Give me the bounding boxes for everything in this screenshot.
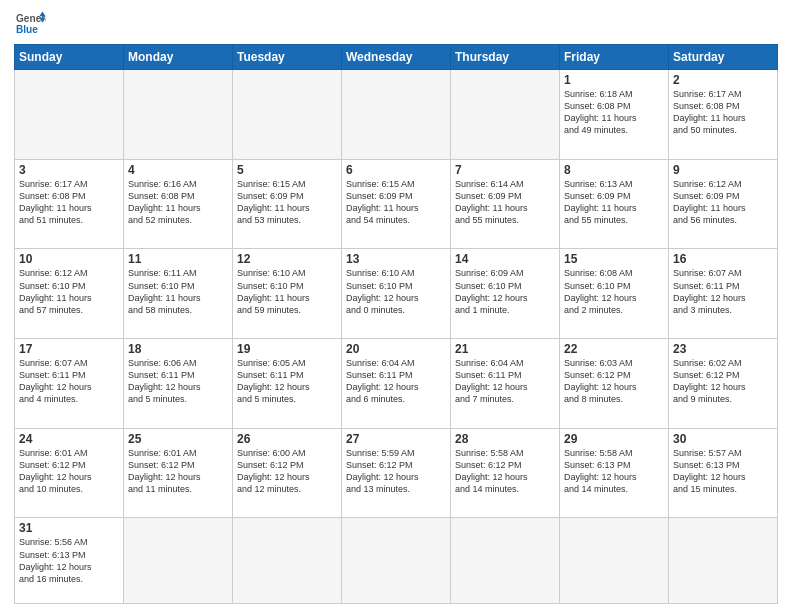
svg-text:Blue: Blue [16, 24, 38, 35]
calendar-day-cell: 17Sunrise: 6:07 AMSunset: 6:11 PMDayligh… [15, 339, 124, 429]
day-info: Sunrise: 5:57 AMSunset: 6:13 PMDaylight:… [673, 447, 773, 496]
calendar-day-cell: 3Sunrise: 6:17 AMSunset: 6:08 PMDaylight… [15, 159, 124, 249]
day-number: 28 [455, 432, 555, 446]
calendar-day-cell: 21Sunrise: 6:04 AMSunset: 6:11 PMDayligh… [451, 339, 560, 429]
day-info: Sunrise: 6:12 AMSunset: 6:09 PMDaylight:… [673, 178, 773, 227]
calendar-day-header: Monday [124, 45, 233, 70]
day-number: 17 [19, 342, 119, 356]
calendar-day-header: Sunday [15, 45, 124, 70]
day-info: Sunrise: 6:17 AMSunset: 6:08 PMDaylight:… [19, 178, 119, 227]
logo: General Blue [14, 10, 46, 38]
calendar-day-cell: 18Sunrise: 6:06 AMSunset: 6:11 PMDayligh… [124, 339, 233, 429]
calendar-day-cell: 19Sunrise: 6:05 AMSunset: 6:11 PMDayligh… [233, 339, 342, 429]
calendar-day-cell [124, 518, 233, 604]
calendar-day-cell [233, 518, 342, 604]
calendar-day-cell: 29Sunrise: 5:58 AMSunset: 6:13 PMDayligh… [560, 428, 669, 518]
calendar-day-cell: 11Sunrise: 6:11 AMSunset: 6:10 PMDayligh… [124, 249, 233, 339]
calendar-day-cell: 5Sunrise: 6:15 AMSunset: 6:09 PMDaylight… [233, 159, 342, 249]
calendar-table: SundayMondayTuesdayWednesdayThursdayFrid… [14, 44, 778, 604]
day-number: 9 [673, 163, 773, 177]
calendar-day-cell: 9Sunrise: 6:12 AMSunset: 6:09 PMDaylight… [669, 159, 778, 249]
calendar-day-cell [233, 70, 342, 160]
calendar-day-cell [15, 70, 124, 160]
calendar-week-row: 24Sunrise: 6:01 AMSunset: 6:12 PMDayligh… [15, 428, 778, 518]
day-number: 16 [673, 252, 773, 266]
calendar-day-cell [451, 70, 560, 160]
day-info: Sunrise: 6:07 AMSunset: 6:11 PMDaylight:… [19, 357, 119, 406]
day-info: Sunrise: 6:09 AMSunset: 6:10 PMDaylight:… [455, 267, 555, 316]
calendar-day-cell [124, 70, 233, 160]
day-number: 26 [237, 432, 337, 446]
day-number: 11 [128, 252, 228, 266]
day-info: Sunrise: 5:59 AMSunset: 6:12 PMDaylight:… [346, 447, 446, 496]
day-info: Sunrise: 6:13 AMSunset: 6:09 PMDaylight:… [564, 178, 664, 227]
day-number: 22 [564, 342, 664, 356]
calendar-week-row: 3Sunrise: 6:17 AMSunset: 6:08 PMDaylight… [15, 159, 778, 249]
calendar-day-cell: 31Sunrise: 5:56 AMSunset: 6:13 PMDayligh… [15, 518, 124, 604]
day-info: Sunrise: 6:03 AMSunset: 6:12 PMDaylight:… [564, 357, 664, 406]
calendar-day-header: Tuesday [233, 45, 342, 70]
day-number: 8 [564, 163, 664, 177]
day-info: Sunrise: 5:56 AMSunset: 6:13 PMDaylight:… [19, 536, 119, 585]
day-number: 19 [237, 342, 337, 356]
day-number: 15 [564, 252, 664, 266]
calendar-day-cell: 13Sunrise: 6:10 AMSunset: 6:10 PMDayligh… [342, 249, 451, 339]
calendar-day-cell: 10Sunrise: 6:12 AMSunset: 6:10 PMDayligh… [15, 249, 124, 339]
day-info: Sunrise: 5:58 AMSunset: 6:13 PMDaylight:… [564, 447, 664, 496]
day-number: 30 [673, 432, 773, 446]
calendar-day-header: Thursday [451, 45, 560, 70]
calendar-day-cell: 20Sunrise: 6:04 AMSunset: 6:11 PMDayligh… [342, 339, 451, 429]
calendar-day-cell [451, 518, 560, 604]
calendar-day-cell: 2Sunrise: 6:17 AMSunset: 6:08 PMDaylight… [669, 70, 778, 160]
calendar-day-cell: 25Sunrise: 6:01 AMSunset: 6:12 PMDayligh… [124, 428, 233, 518]
calendar-day-cell: 12Sunrise: 6:10 AMSunset: 6:10 PMDayligh… [233, 249, 342, 339]
calendar-day-cell: 27Sunrise: 5:59 AMSunset: 6:12 PMDayligh… [342, 428, 451, 518]
day-number: 7 [455, 163, 555, 177]
day-info: Sunrise: 6:17 AMSunset: 6:08 PMDaylight:… [673, 88, 773, 137]
day-info: Sunrise: 6:18 AMSunset: 6:08 PMDaylight:… [564, 88, 664, 137]
day-number: 31 [19, 521, 119, 535]
day-number: 13 [346, 252, 446, 266]
day-number: 20 [346, 342, 446, 356]
calendar-week-row: 10Sunrise: 6:12 AMSunset: 6:10 PMDayligh… [15, 249, 778, 339]
calendar-day-header: Saturday [669, 45, 778, 70]
page-header: General Blue [14, 10, 778, 38]
calendar-day-cell: 24Sunrise: 6:01 AMSunset: 6:12 PMDayligh… [15, 428, 124, 518]
day-number: 14 [455, 252, 555, 266]
calendar-day-cell: 22Sunrise: 6:03 AMSunset: 6:12 PMDayligh… [560, 339, 669, 429]
day-number: 25 [128, 432, 228, 446]
day-info: Sunrise: 6:04 AMSunset: 6:11 PMDaylight:… [346, 357, 446, 406]
day-info: Sunrise: 6:15 AMSunset: 6:09 PMDaylight:… [237, 178, 337, 227]
calendar-week-row: 1Sunrise: 6:18 AMSunset: 6:08 PMDaylight… [15, 70, 778, 160]
day-number: 5 [237, 163, 337, 177]
calendar-day-cell [560, 518, 669, 604]
calendar-day-cell [342, 70, 451, 160]
day-number: 24 [19, 432, 119, 446]
day-info: Sunrise: 6:10 AMSunset: 6:10 PMDaylight:… [346, 267, 446, 316]
calendar-day-cell: 28Sunrise: 5:58 AMSunset: 6:12 PMDayligh… [451, 428, 560, 518]
calendar-day-header: Friday [560, 45, 669, 70]
day-info: Sunrise: 6:16 AMSunset: 6:08 PMDaylight:… [128, 178, 228, 227]
calendar-day-header: Wednesday [342, 45, 451, 70]
calendar-day-cell: 14Sunrise: 6:09 AMSunset: 6:10 PMDayligh… [451, 249, 560, 339]
day-info: Sunrise: 6:00 AMSunset: 6:12 PMDaylight:… [237, 447, 337, 496]
day-number: 1 [564, 73, 664, 87]
day-number: 12 [237, 252, 337, 266]
calendar-day-cell: 4Sunrise: 6:16 AMSunset: 6:08 PMDaylight… [124, 159, 233, 249]
day-number: 2 [673, 73, 773, 87]
day-info: Sunrise: 6:05 AMSunset: 6:11 PMDaylight:… [237, 357, 337, 406]
calendar-day-cell [342, 518, 451, 604]
calendar-day-cell: 1Sunrise: 6:18 AMSunset: 6:08 PMDaylight… [560, 70, 669, 160]
calendar-day-cell: 23Sunrise: 6:02 AMSunset: 6:12 PMDayligh… [669, 339, 778, 429]
day-number: 3 [19, 163, 119, 177]
day-number: 23 [673, 342, 773, 356]
day-number: 10 [19, 252, 119, 266]
calendar-day-cell: 30Sunrise: 5:57 AMSunset: 6:13 PMDayligh… [669, 428, 778, 518]
day-info: Sunrise: 6:06 AMSunset: 6:11 PMDaylight:… [128, 357, 228, 406]
calendar-day-cell: 8Sunrise: 6:13 AMSunset: 6:09 PMDaylight… [560, 159, 669, 249]
calendar-header-row: SundayMondayTuesdayWednesdayThursdayFrid… [15, 45, 778, 70]
calendar-day-cell: 16Sunrise: 6:07 AMSunset: 6:11 PMDayligh… [669, 249, 778, 339]
day-info: Sunrise: 6:11 AMSunset: 6:10 PMDaylight:… [128, 267, 228, 316]
day-info: Sunrise: 6:01 AMSunset: 6:12 PMDaylight:… [19, 447, 119, 496]
day-info: Sunrise: 6:02 AMSunset: 6:12 PMDaylight:… [673, 357, 773, 406]
